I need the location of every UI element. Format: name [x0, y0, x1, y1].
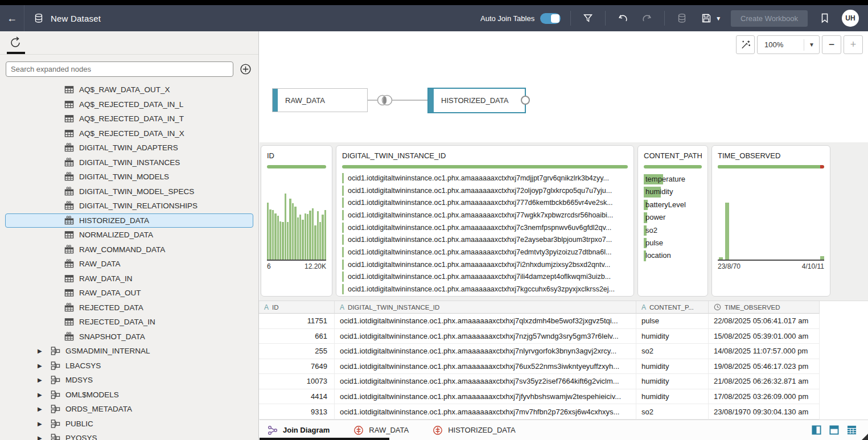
table-cell: 11751	[259, 314, 335, 329]
resize-handle-icon[interactable]	[862, 434, 868, 440]
diagram-node-raw-data[interactable]: RAW_DATA	[272, 88, 368, 112]
value-frequency-bar	[342, 173, 344, 183]
tree-item-aq$_rejected_data_in_x[interactable]: AQ$_REJECTED_DATA_IN_X	[0, 126, 258, 141]
expand-arrow-icon[interactable]: ▶	[38, 392, 50, 398]
footer-tab-historized-data[interactable]: HISTORIZED_DATA	[433, 425, 515, 435]
table-cell: 7649	[259, 359, 335, 375]
tree-item-raw_data_in[interactable]: RAW_DATA_IN	[0, 272, 258, 286]
quality-bar	[644, 165, 702, 168]
tree-schema-pyqsys[interactable]: ▶PYQSYS	[0, 431, 258, 440]
row-spacer	[820, 314, 868, 329]
add-connection-icon[interactable]	[240, 63, 252, 75]
connections-tab[interactable]	[9, 36, 22, 51]
auto-join-tables: Auto Join Tables	[480, 13, 561, 24]
view-icon	[64, 216, 74, 225]
tree-item-historized_data[interactable]: HISTORIZED_DATA	[5, 213, 253, 228]
auto-join-toggle[interactable]	[540, 13, 561, 24]
column-header-id[interactable]: AID	[259, 301, 335, 314]
tree-schema-public[interactable]: ▶PUBLIC	[0, 417, 258, 431]
tree-schema-oml$models[interactable]: ▶OML$MODELS	[0, 388, 258, 402]
diagram-node-historized-data[interactable]: HISTORIZED_DATA	[427, 88, 526, 113]
quality-bar	[342, 165, 628, 168]
table-cell: ocid1.iotdigitaltwininstance.oc1.phx.ama…	[335, 329, 636, 344]
tree-item-aq$_rejected_data_in_l[interactable]: AQ$_REJECTED_DATA_IN_L	[0, 97, 258, 112]
table-row[interactable]: 4414ocid1.iotdigitaltwininstance.oc1.phx…	[259, 389, 868, 405]
join-type-icon[interactable]	[375, 93, 394, 109]
footer-tab-join-diagram[interactable]: Join Diagram	[268, 425, 330, 435]
tree-item-raw_command_data[interactable]: RAW_COMMAND_DATA	[0, 242, 258, 257]
auto-layout-button[interactable]	[736, 35, 755, 54]
expand-arrow-icon[interactable]: ▶	[38, 421, 50, 427]
histogram-bar	[272, 210, 274, 260]
user-avatar[interactable]: UH	[842, 10, 859, 27]
split-vertical-icon[interactable]	[812, 425, 821, 435]
tree-item-digital_twin_model_specs[interactable]: DIGITAL_TWIN_MODEL_SPECS	[0, 184, 258, 199]
tree-schema-ords_metadata[interactable]: ▶ORDS_METADATA	[0, 402, 258, 417]
table-icon	[64, 85, 74, 94]
tree-item-rejected_data_in[interactable]: REJECTED_DATA_IN	[0, 315, 258, 330]
node-accent-bar	[429, 89, 434, 112]
expand-arrow-icon[interactable]: ▶	[38, 435, 50, 440]
table-cell: pulse	[636, 314, 709, 329]
bookmark-icon[interactable]	[817, 11, 832, 26]
table-view-icon[interactable]	[847, 425, 857, 435]
expand-arrow-icon[interactable]: ▶	[38, 377, 50, 383]
back-button[interactable]: ←	[0, 5, 24, 31]
instance-value-list: ocid1.iotdigitaltwininstance.oc1.phx.ama…	[342, 172, 628, 295]
tree-item-digital_twin_instances[interactable]: DIGITAL_TWIN_INSTANCES	[0, 155, 258, 170]
content-path-item: location	[644, 249, 702, 262]
expand-arrow-icon[interactable]: ▶	[38, 348, 50, 354]
tree-item-aq$_raw_data_out_x[interactable]: AQ$_RAW_DATA_OUT_X	[0, 83, 258, 97]
tree-item-digital_twin_relationships[interactable]: DIGITAL_TWIN_RELATIONSHIPS	[0, 199, 258, 213]
tree-item-snapshot_data[interactable]: SNAPSHOT_DATA	[0, 330, 258, 344]
tree-schema-gsmadmin_internal[interactable]: ▶GSMADMIN_INTERNAL	[0, 344, 258, 359]
histogram-bar	[294, 207, 296, 260]
row-spacer	[820, 344, 868, 359]
footer-tabs: Join DiagramRAW_DATAHISTORIZED_DATA	[268, 425, 540, 435]
tree-item-aq$_rejected_data_in_t[interactable]: AQ$_REJECTED_DATA_IN_T	[0, 112, 258, 126]
save-menu-button[interactable]: ▼	[699, 11, 721, 26]
quality-card-time-observed[interactable]: TIME_OBSERVED 23/8/70 4/10/11	[711, 145, 830, 297]
table-cell: 255	[259, 344, 335, 359]
redo-icon[interactable]	[640, 11, 655, 26]
tree-item-normalized_data[interactable]: NORMALIZED_DATA	[0, 228, 258, 242]
histogram-bar	[282, 222, 283, 260]
zoom-in-button[interactable]: +	[844, 35, 863, 54]
tree-item-digital_twin_adapters[interactable]: DIGITAL_TWIN_ADAPTERS	[0, 141, 258, 155]
table-row[interactable]: 9313ocid1.iotdigitaltwininstance.oc1.phx…	[259, 404, 868, 420]
expand-arrow-icon[interactable]: ▶	[38, 363, 50, 369]
footer-tab-raw-data[interactable]: RAW_DATA	[353, 425, 409, 435]
join-diagram-canvas[interactable]: 100% ▼ − + RAW_DATA	[260, 31, 868, 142]
column-header-time-observed[interactable]: TIME_OBSERVED	[709, 301, 820, 314]
tree-item-rejected_data[interactable]: REJECTED_DATA	[0, 301, 258, 315]
tree-item-raw_data[interactable]: RAW_DATA	[0, 257, 258, 272]
table-row[interactable]: 7649ocid1.iotdigitaltwininstance.oc1.phx…	[259, 359, 868, 375]
histogram-bar	[820, 256, 824, 260]
table-cell: 9313	[259, 404, 335, 420]
table-body: 11751ocid1.iotdigitaltwininstance.oc1.ph…	[259, 314, 868, 420]
table-row[interactable]: 255ocid1.iotdigitaltwininstance.oc1.phx.…	[259, 344, 868, 359]
node-connection-handle[interactable]	[521, 96, 530, 105]
split-horizontal-icon[interactable]	[829, 425, 839, 435]
search-input[interactable]	[6, 61, 233, 77]
quality-card-instance-id[interactable]: DIGITAL_TWIN_INSTANCE_ID ocid1.iotdigita…	[336, 145, 634, 297]
filter-icon[interactable]	[581, 11, 595, 26]
quality-card-id[interactable]: ID 6 12.20K	[261, 145, 332, 297]
undo-icon[interactable]	[615, 11, 630, 26]
column-header-digital-twin-instance-id[interactable]: ADIGITAL_TWIN_INSTANCE_ID	[335, 301, 636, 314]
zoom-level-dropdown[interactable]: 100% ▼	[757, 35, 820, 54]
quality-card-content-path[interactable]: CONTENT_PATH temperaturehumiditybatteryL…	[637, 145, 708, 297]
zoom-out-button[interactable]: −	[822, 35, 841, 54]
table-row[interactable]: 10073ocid1.iotdigitaltwininstance.oc1.ph…	[259, 374, 868, 389]
caret-down-icon: ▼	[804, 42, 819, 48]
tree-schema-mdsys[interactable]: ▶MDSYS	[0, 373, 258, 388]
tree-schema-lbacsys[interactable]: ▶LBACSYS	[0, 359, 258, 373]
table-row[interactable]: 11751ocid1.iotdigitaltwininstance.oc1.ph…	[259, 314, 868, 329]
tree-item-raw_data_out[interactable]: RAW_DATA_OUT	[0, 286, 258, 301]
create-workbook-button[interactable]: Create Workbook	[731, 10, 808, 27]
expand-arrow-icon[interactable]: ▶	[38, 406, 50, 412]
column-header-content-p-[interactable]: ACONTENT_P...	[636, 301, 709, 314]
tree-item-digital_twin_models[interactable]: DIGITAL_TWIN_MODELS	[0, 170, 258, 184]
table-row[interactable]: 661ocid1.iotdigitaltwininstance.oc1.phx.…	[259, 329, 868, 344]
data-icon[interactable]	[674, 11, 689, 26]
